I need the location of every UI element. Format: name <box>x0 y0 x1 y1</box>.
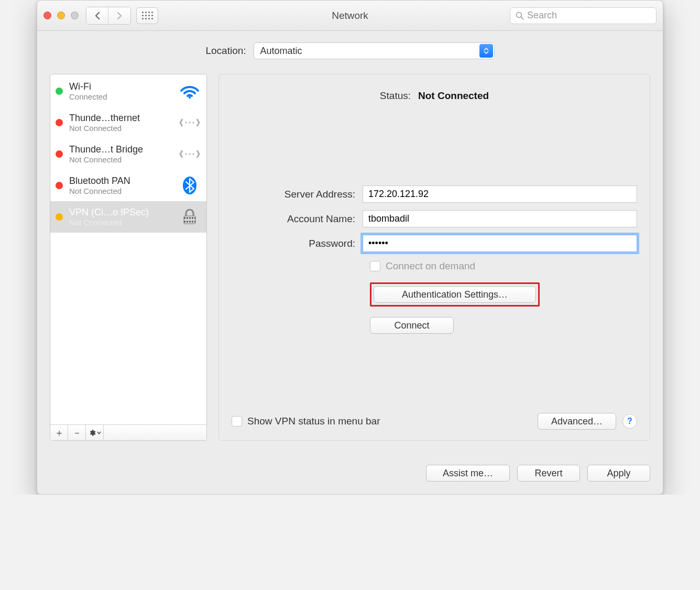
assist-me-button[interactable]: Assist me… <box>426 465 510 482</box>
service-item-wifi[interactable]: Wi-Fi Connected <box>50 75 206 107</box>
service-item-thunderbolt-bridge[interactable]: Thunde…t Bridge Not Connected <box>50 138 206 170</box>
revert-button[interactable]: Revert <box>517 465 580 482</box>
location-label: Location: <box>205 45 246 57</box>
chevron-left-icon <box>94 12 101 20</box>
service-status: Not Connected <box>69 187 173 195</box>
service-name: Wi-Fi <box>69 81 173 92</box>
server-address-input[interactable] <box>363 185 637 203</box>
forward-button[interactable] <box>108 7 130 24</box>
wifi-icon <box>179 82 200 100</box>
ethernet-icon <box>179 145 200 163</box>
service-actions-button[interactable] <box>86 425 104 440</box>
search-field[interactable]: Search <box>510 7 657 24</box>
location-row: Location: Automatic <box>50 42 650 59</box>
service-detail-panel: Status: Not Connected Server Address: Ac… <box>218 74 650 441</box>
svg-point-4 <box>189 122 190 123</box>
authentication-settings-button[interactable]: Authentication Settings… <box>374 286 536 303</box>
chevron-right-icon <box>116 12 123 20</box>
status-label: Status: <box>380 90 411 102</box>
service-name: Bluetooth PAN <box>69 176 173 187</box>
auth-settings-highlight: Authentication Settings… <box>370 282 540 307</box>
account-name-label: Account Name: <box>232 213 363 225</box>
select-arrows-icon <box>479 44 493 58</box>
password-input[interactable] <box>363 235 637 252</box>
service-item-bluetooth-pan[interactable]: Bluetooth PAN Not Connected <box>50 170 206 201</box>
ethernet-icon <box>179 114 200 132</box>
server-address-label: Server Address: <box>232 189 363 200</box>
status-row: Status: Not Connected <box>232 90 637 102</box>
grid-icon <box>142 12 153 19</box>
network-preferences-window: Network Search Location: Automatic <box>37 0 663 495</box>
password-label: Password: <box>232 238 363 249</box>
connect-on-demand-checkbox <box>370 261 380 271</box>
service-status: Not Connected <box>69 218 173 227</box>
connect-button[interactable]: Connect <box>370 317 454 334</box>
services-list: Wi-Fi Connected Thunde…thernet Not Conne… <box>50 74 206 424</box>
advanced-button[interactable]: Advanced… <box>538 413 616 430</box>
location-select[interactable]: Automatic <box>254 42 495 59</box>
service-status: Connected <box>69 92 173 101</box>
status-value: Not Connected <box>418 90 489 102</box>
show-vpn-checkbox[interactable] <box>232 416 242 427</box>
zoom-window-button <box>71 12 79 19</box>
service-status: Not Connected <box>69 124 173 133</box>
status-dot-icon <box>56 182 63 189</box>
remove-service-button[interactable]: － <box>68 425 86 440</box>
svg-line-1 <box>521 17 524 19</box>
show-vpn-label: Show VPN status in menu bar <box>247 416 380 427</box>
toolbar: Network Search <box>37 1 663 31</box>
window-footer: Assist me… Revert Apply <box>37 453 663 494</box>
services-sidebar: Wi-Fi Connected Thunde…thernet Not Conne… <box>50 74 207 441</box>
status-dot-icon <box>56 119 63 126</box>
detail-footer: Show VPN status in menu bar Advanced… ? <box>232 413 637 430</box>
svg-point-5 <box>192 122 194 123</box>
services-footer: ＋ － <box>50 424 206 440</box>
status-dot-icon <box>56 88 63 95</box>
back-button[interactable] <box>86 7 108 24</box>
svg-point-2 <box>189 96 191 99</box>
service-item-vpn[interactable]: VPN (Ci…o IPSec) Not Connected <box>50 201 206 233</box>
service-item-thunderbolt-ethernet[interactable]: Thunde…thernet Not Connected <box>50 107 206 138</box>
add-service-button[interactable]: ＋ <box>50 425 68 440</box>
minimize-window-button[interactable] <box>57 12 65 19</box>
svg-point-7 <box>189 153 190 155</box>
connect-on-demand-label: Connect on demand <box>386 260 475 272</box>
service-status: Not Connected <box>69 155 173 164</box>
chevron-down-icon <box>97 431 101 434</box>
gear-icon <box>89 429 96 436</box>
connect-on-demand-row: Connect on demand <box>370 260 637 272</box>
show-all-button[interactable] <box>136 7 158 24</box>
search-icon <box>516 12 524 20</box>
svg-point-3 <box>185 122 187 123</box>
svg-point-6 <box>185 153 187 155</box>
search-placeholder: Search <box>527 10 557 21</box>
account-name-input[interactable] <box>363 210 637 227</box>
close-window-button[interactable] <box>43 12 51 19</box>
svg-point-8 <box>192 153 194 155</box>
nav-buttons <box>86 7 131 25</box>
window-controls <box>43 12 79 19</box>
help-button[interactable]: ? <box>622 414 637 429</box>
status-dot-icon <box>56 150 63 158</box>
status-dot-icon <box>56 213 63 221</box>
location-value: Automatic <box>260 46 302 57</box>
svg-rect-10 <box>184 216 195 224</box>
apply-button[interactable]: Apply <box>587 465 650 482</box>
bluetooth-icon <box>179 177 200 194</box>
service-name: Thunde…t Bridge <box>69 144 173 155</box>
vpn-lock-icon <box>179 208 200 226</box>
service-name: Thunde…thernet <box>69 113 173 124</box>
service-name: VPN (Ci…o IPSec) <box>69 207 173 218</box>
